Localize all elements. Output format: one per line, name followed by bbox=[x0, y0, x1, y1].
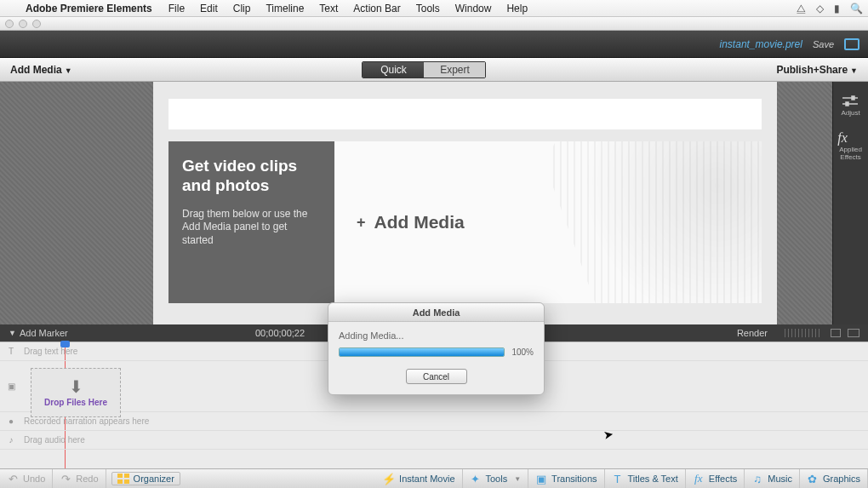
svg-rect-3 bbox=[846, 102, 848, 106]
mode-tabs: Quick Expert bbox=[362, 61, 486, 78]
wifi-icon[interactable]: ⧋ bbox=[791, 3, 811, 14]
tab-expert[interactable]: Expert bbox=[424, 62, 485, 78]
project-filename: instant_movie.prel bbox=[720, 38, 802, 50]
spotlight-icon[interactable]: 🔍 bbox=[845, 3, 868, 14]
app-menu[interactable]: Adobe Premiere Elements bbox=[17, 3, 161, 14]
preview-area: Get video clips and photos Drag them bel… bbox=[153, 82, 777, 324]
graphics-button[interactable]: ✿Graphics bbox=[800, 469, 868, 488]
drop-files-target[interactable]: ⬇ Drop Files Here bbox=[31, 368, 121, 417]
dialog-title: Add Media bbox=[328, 303, 544, 322]
battery-icon[interactable]: ▮ bbox=[829, 3, 845, 14]
titles-text-button[interactable]: TTitles & Text bbox=[605, 469, 686, 488]
graphics-icon: ✿ bbox=[807, 473, 819, 485]
add-marker-button[interactable]: Add Marker bbox=[20, 328, 68, 338]
wrench-icon: ✦ bbox=[470, 473, 482, 485]
fx-icon: fx bbox=[693, 472, 705, 485]
zoom-slider[interactable] bbox=[785, 329, 822, 337]
text-track-icon: T bbox=[6, 347, 16, 357]
add-media-dropdown[interactable]: Add Media▼ bbox=[0, 64, 83, 76]
save-button[interactable]: Save bbox=[813, 39, 834, 49]
fullscreen-icon[interactable] bbox=[844, 38, 859, 50]
timecode: 00;00;00;22 bbox=[255, 328, 305, 338]
menu-timeline[interactable]: Timeline bbox=[258, 3, 311, 14]
tools-dropdown[interactable]: ✦Tools▼ bbox=[463, 469, 529, 488]
stage-gutter-right bbox=[777, 82, 832, 324]
volume-icon[interactable]: ◇ bbox=[811, 3, 829, 14]
instant-movie-button[interactable]: ⚡Instant Movie bbox=[376, 469, 462, 488]
adjust-panel-button[interactable]: Adjust bbox=[841, 94, 859, 117]
menu-text[interactable]: Text bbox=[311, 3, 345, 14]
menu-help[interactable]: Help bbox=[499, 3, 535, 14]
menu-actionbar[interactable]: Action Bar bbox=[345, 3, 408, 14]
window-traffic-lights bbox=[0, 17, 868, 31]
preview-strip bbox=[168, 99, 762, 129]
svg-rect-2 bbox=[852, 96, 854, 100]
music-track-icon: ♪ bbox=[6, 435, 16, 445]
stage-gutter-left bbox=[0, 82, 153, 324]
title-icon: T bbox=[612, 473, 624, 485]
publish-share-label: Publish+Share bbox=[776, 64, 848, 76]
right-side-panel: Adjust fx Applied Effects bbox=[832, 82, 868, 324]
transitions-button[interactable]: ▣Transitions bbox=[528, 469, 604, 488]
progress-percent: 100% bbox=[511, 347, 534, 357]
music-button[interactable]: ♫Music bbox=[745, 469, 800, 488]
sliders-icon bbox=[841, 94, 859, 109]
redo-icon: ↷ bbox=[60, 473, 71, 485]
effects-button[interactable]: fxEffects bbox=[686, 469, 745, 488]
chevron-down-icon: ▼ bbox=[850, 66, 858, 75]
getting-started-hero: Get video clips and photos Drag them bel… bbox=[168, 141, 762, 303]
tab-quick[interactable]: Quick bbox=[363, 62, 424, 78]
filmstrip-decor bbox=[534, 141, 762, 303]
menu-tools[interactable]: Tools bbox=[408, 3, 448, 14]
add-media-cta[interactable]: + Add Media bbox=[334, 141, 762, 303]
disclosure-triangle-icon[interactable]: ▼ bbox=[9, 329, 16, 337]
mic-track-icon: ● bbox=[6, 416, 16, 427]
organizer-button[interactable]: Organizer bbox=[111, 472, 180, 485]
view-toggle-2-icon[interactable] bbox=[848, 329, 859, 337]
applied-effects-button[interactable]: fx Applied Effects bbox=[833, 130, 868, 161]
cursor-icon: ➤ bbox=[602, 427, 615, 442]
menu-edit[interactable]: Edit bbox=[192, 3, 226, 14]
app-header: instant_movie.prel Save bbox=[0, 31, 868, 58]
progress-bar bbox=[339, 347, 505, 357]
redo-button[interactable]: ↷Redo bbox=[53, 469, 106, 488]
menu-clip[interactable]: Clip bbox=[226, 3, 259, 14]
add-media-cta-label: Add Media bbox=[374, 212, 465, 233]
mac-menubar[interactable]: Adobe Premiere Elements File Edit Clip T… bbox=[0, 0, 868, 17]
mode-toolbar: Add Media▼ Quick Expert Publish+Share▼ bbox=[0, 58, 868, 82]
chevron-down-icon: ▼ bbox=[65, 66, 72, 75]
undo-button[interactable]: ↶Undo bbox=[0, 469, 53, 488]
menu-window[interactable]: Window bbox=[448, 3, 500, 14]
audio-placeholder: Drag audio here bbox=[24, 435, 85, 445]
text-track-placeholder: Drag text here bbox=[24, 347, 77, 356]
bottom-toolbar: ↶Undo ↷Redo Organizer ⚡Instant Movie ✦To… bbox=[0, 468, 868, 488]
timeline-row-audio[interactable]: ♪ Drag audio here bbox=[0, 431, 868, 450]
undo-icon: ↶ bbox=[7, 473, 19, 485]
stage: Get video clips and photos Drag them bel… bbox=[0, 82, 868, 324]
applied-effects-label: Applied Effects bbox=[833, 146, 868, 161]
minimize-window-icon[interactable] bbox=[19, 20, 27, 28]
timeline-row-narration[interactable]: ● Recorded narration appears here bbox=[0, 412, 868, 431]
zoom-window-icon[interactable] bbox=[32, 20, 41, 28]
view-toggle-1-icon[interactable] bbox=[831, 329, 841, 337]
hero-title: Get video clips and photos bbox=[182, 157, 321, 196]
narration-placeholder: Recorded narration appears here bbox=[24, 416, 149, 426]
cancel-button[interactable]: Cancel bbox=[406, 369, 467, 384]
close-window-icon[interactable] bbox=[5, 20, 14, 28]
hero-subtitle: Drag them below or use the Add Media pan… bbox=[182, 208, 321, 248]
publish-share-dropdown[interactable]: Publish+Share▼ bbox=[766, 64, 868, 76]
music-icon: ♫ bbox=[751, 473, 763, 485]
menu-file[interactable]: File bbox=[161, 3, 192, 14]
hero-text-panel: Get video clips and photos Drag them bel… bbox=[168, 141, 334, 303]
fx-icon: fx bbox=[833, 130, 852, 146]
lightning-icon: ⚡ bbox=[383, 473, 395, 485]
add-media-label: Add Media bbox=[10, 64, 62, 76]
render-button[interactable]: Render bbox=[737, 328, 768, 338]
video-track-icon: ▣ bbox=[6, 382, 16, 392]
plus-icon: + bbox=[357, 214, 366, 232]
dialog-message: Adding Media... bbox=[339, 330, 534, 341]
transitions-icon: ▣ bbox=[535, 473, 547, 485]
chevron-down-icon: ▼ bbox=[514, 475, 521, 483]
adjust-label: Adjust bbox=[841, 109, 859, 117]
drop-files-label: Drop Files Here bbox=[44, 398, 107, 407]
